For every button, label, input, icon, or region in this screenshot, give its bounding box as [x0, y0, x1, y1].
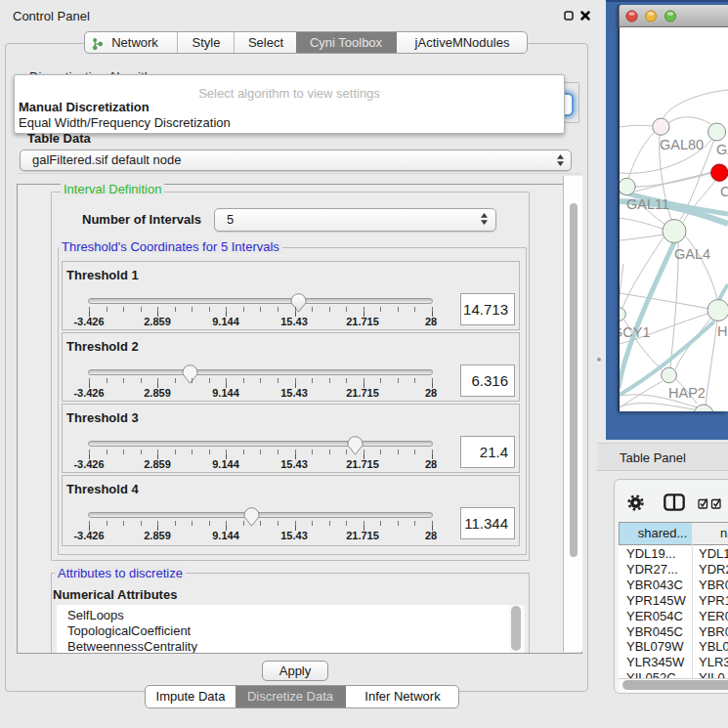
- svg-text:C: C: [720, 184, 728, 199]
- svg-text:HAP2: HAP2: [668, 385, 706, 401]
- svg-text:GAL80: GAL80: [660, 137, 704, 152]
- svg-text:GAL4: GAL4: [674, 246, 710, 262]
- svg-text:H: H: [717, 323, 727, 339]
- svg-text:GA: GA: [716, 142, 728, 157]
- svg-text:GCY1: GCY1: [620, 324, 651, 340]
- svg-text:GAL11: GAL11: [626, 196, 669, 212]
